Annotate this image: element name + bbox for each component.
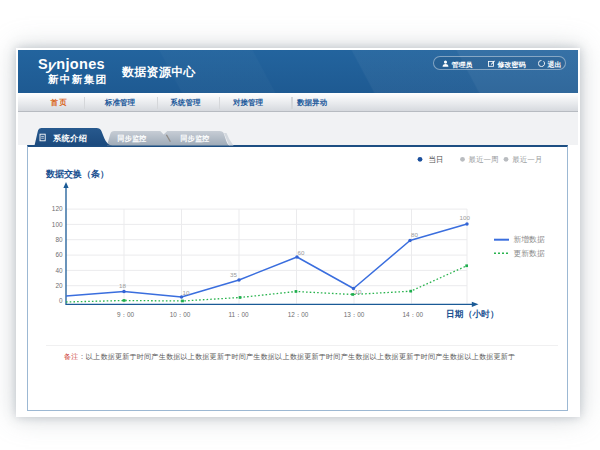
svg-text:最近一月: 最近一月 — [512, 155, 542, 164]
svg-text:10: 10 — [183, 289, 190, 296]
svg-text:80: 80 — [411, 231, 418, 238]
svg-text:60: 60 — [298, 249, 305, 256]
svg-text:日期（小时）: 日期（小时） — [446, 309, 499, 319]
svg-text:12：00: 12：00 — [288, 311, 309, 318]
svg-text:10: 10 — [355, 288, 362, 295]
svg-text:13：00: 13：00 — [344, 311, 365, 318]
svg-text:10：00: 10：00 — [170, 311, 191, 318]
svg-text:更新数据: 更新数据 — [514, 249, 545, 258]
svg-text:最近一周: 最近一周 — [469, 155, 499, 164]
svg-text:100: 100 — [52, 221, 63, 228]
svg-text:同步监控: 同步监控 — [181, 134, 211, 143]
svg-text:40: 40 — [55, 267, 63, 274]
svg-text:100: 100 — [460, 214, 471, 221]
svg-text:35: 35 — [230, 271, 237, 278]
svg-text:9：00: 9：00 — [117, 311, 134, 318]
svg-text:14：00: 14：00 — [402, 311, 423, 318]
svg-text:11：00: 11：00 — [228, 311, 249, 318]
svg-text:数据交换（条）: 数据交换（条） — [45, 169, 109, 179]
svg-text:20: 20 — [55, 282, 63, 289]
svg-text:当日: 当日 — [429, 155, 444, 164]
svg-text:60: 60 — [55, 251, 63, 258]
svg-text:系统介绍: 系统介绍 — [52, 133, 87, 143]
svg-text:18: 18 — [119, 282, 126, 289]
svg-text:80: 80 — [55, 236, 63, 243]
svg-text:新增数据: 新增数据 — [514, 235, 545, 244]
svg-text:同步监控: 同步监控 — [118, 134, 148, 143]
svg-text:120: 120 — [52, 205, 63, 212]
svg-text:0: 0 — [59, 297, 63, 304]
